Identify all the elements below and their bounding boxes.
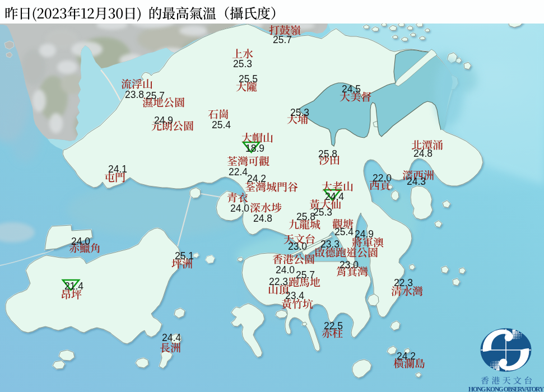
svg-text:21.4: 21.4 [64,281,83,292]
svg-text:23.0: 23.0 [288,241,307,252]
svg-text:25.1: 25.1 [175,250,194,262]
svg-text:23.4: 23.4 [285,290,304,301]
svg-text:24.8: 24.8 [413,148,433,159]
svg-text:23.8: 23.8 [125,89,144,100]
svg-text:24.2: 24.2 [397,351,416,362]
svg-text:25.3: 25.3 [313,207,332,218]
svg-text:23.3: 23.3 [320,239,340,250]
svg-text:25.3: 25.3 [233,58,252,69]
svg-text:18.9: 18.9 [245,143,264,154]
svg-text:25.5: 25.5 [239,73,258,85]
svg-text:24.5: 24.5 [342,83,361,95]
svg-text:24.4: 24.4 [325,191,344,202]
svg-text:24.2: 24.2 [247,173,266,184]
svg-text:24.0: 24.0 [276,264,295,276]
svg-text:HONG KONG OBSERVATORY: HONG KONG OBSERVATORY [468,386,544,392]
svg-text:24.3: 24.3 [407,176,426,187]
svg-text:25.4: 25.4 [334,226,354,237]
svg-text:24.4: 24.4 [162,332,181,343]
svg-text:22.3: 22.3 [394,277,413,288]
svg-text:22.5: 22.5 [324,320,343,332]
svg-text:24.9: 24.9 [355,228,374,240]
svg-text:25.3: 25.3 [290,107,309,118]
svg-text:25.4: 25.4 [212,119,231,130]
svg-text:25.8: 25.8 [318,148,337,160]
svg-text:25.8: 25.8 [296,211,315,222]
svg-text:25.7: 25.7 [146,90,165,101]
svg-text:24.8: 24.8 [253,213,272,224]
svg-text:24.1: 24.1 [108,164,127,175]
svg-text:22.0: 22.0 [373,172,392,184]
svg-text:22.4: 22.4 [229,166,248,178]
svg-text:24.9: 24.9 [154,115,173,126]
svg-text:22.3: 22.3 [269,276,288,287]
svg-text:25.7: 25.7 [296,269,315,281]
svg-text:25.7: 25.7 [273,34,292,45]
svg-text:23.0: 23.0 [340,259,359,270]
svg-text:24.0: 24.0 [230,203,249,214]
svg-text:24.0: 24.0 [71,236,90,247]
